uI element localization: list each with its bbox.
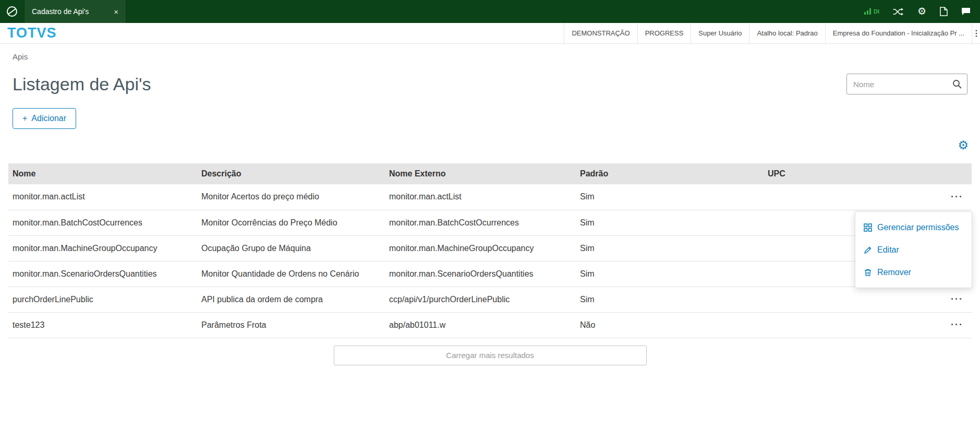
tab-label: Cadastro de Api's bbox=[32, 7, 89, 16]
api-table: Nome Descrição Nome Externo Padrão UPC m… bbox=[8, 163, 972, 338]
cell-descricao: API publica da ordem de compra bbox=[197, 287, 385, 312]
cell-nome: monitor.man.actList bbox=[8, 184, 197, 210]
cell-nome-externo: monitor.man.MachineGroupOccupancy bbox=[385, 235, 576, 261]
search-box bbox=[846, 74, 967, 94]
row-actions-button[interactable]: ··· bbox=[951, 294, 963, 304]
cell-padrao: Não bbox=[576, 312, 764, 338]
cell-descricao: Parâmetros Frota bbox=[197, 312, 385, 338]
trash-icon bbox=[864, 268, 872, 277]
menu-item-label: Remover bbox=[877, 268, 911, 277]
cell-nome: teste123 bbox=[8, 312, 197, 338]
table-row: monitor.man.ScenarioOrdersQuantities Mon… bbox=[8, 261, 972, 287]
search-input[interactable] bbox=[846, 74, 967, 94]
cell-nome-externo: monitor.man.BatchCostOcurrences bbox=[385, 210, 576, 235]
menu-item-remover[interactable]: Remover bbox=[855, 261, 972, 283]
topbar-icon-group: DI ⚙ bbox=[864, 7, 980, 16]
add-button-label: Adicionar bbox=[31, 114, 66, 123]
page-head: Listagem de Api's bbox=[0, 61, 980, 94]
cell-nome: monitor.man.BatchCostOcurrences bbox=[8, 210, 197, 235]
settings-gear-icon[interactable]: ⚙ bbox=[917, 7, 926, 16]
cell-nome: monitor.man.ScenarioOrdersQuantities bbox=[8, 261, 197, 287]
cell-descricao: Monitor Ocorrências do Preço Médio bbox=[197, 210, 385, 235]
page-title: Listagem de Api's bbox=[13, 74, 151, 94]
signal-di-icon[interactable]: DI bbox=[864, 8, 879, 15]
column-header-nome-externo[interactable]: Nome Externo bbox=[385, 163, 576, 184]
column-header-actions bbox=[920, 163, 972, 184]
table-row: monitor.man.MachineGroupOccupancy Ocupaç… bbox=[8, 235, 972, 261]
page: { "colors": { "topbar": "#0b4217", "acce… bbox=[0, 0, 980, 428]
breadcrumb-apis[interactable]: Apis bbox=[13, 52, 28, 61]
column-header-descricao[interactable]: Descrição bbox=[197, 163, 385, 184]
add-button[interactable]: + Adicionar bbox=[13, 108, 76, 129]
cell-padrao: Sim bbox=[576, 287, 764, 312]
shuffle-icon[interactable] bbox=[893, 8, 904, 16]
pencil-icon bbox=[864, 246, 872, 254]
cell-upc bbox=[764, 287, 920, 312]
document-icon[interactable] bbox=[940, 7, 948, 16]
breadcrumb: Apis bbox=[0, 44, 980, 61]
totvs-logo-icon[interactable] bbox=[0, 5, 24, 18]
totvs-wordmark[interactable]: TOTVS bbox=[0, 23, 66, 43]
row-actions-button[interactable]: ··· bbox=[951, 320, 963, 329]
toolbar: + Adicionar bbox=[0, 94, 980, 129]
app-bar: TOTVS DEMONSTRAÇÃO PROGRESS Super Usuári… bbox=[0, 23, 980, 44]
menu-item-atalho-local[interactable]: Atalho local: Padrao bbox=[749, 23, 825, 43]
load-more-button[interactable]: Carregar mais resultados bbox=[334, 346, 647, 365]
top-bar: Cadastro de Api's × DI ⚙ bbox=[0, 0, 980, 23]
menu-item-demonstracao[interactable]: DEMONSTRAÇÃO bbox=[564, 23, 637, 43]
tab-cadastro-apis[interactable]: Cadastro de Api's × bbox=[24, 0, 126, 23]
row-context-menu: Gerenciar permissões Editar Remover bbox=[855, 211, 972, 288]
cell-nome-externo: abp/ab01011.w bbox=[385, 312, 576, 338]
cell-descricao: Monitor Quantidade de Ordens no Cenário bbox=[197, 261, 385, 287]
plus-icon: + bbox=[22, 114, 27, 123]
cell-nome-externo: ccp/api/v1/purchOrderLinePublic bbox=[385, 287, 576, 312]
cell-descricao: Ocupação Grupo de Máquina bbox=[197, 235, 385, 261]
chat-icon[interactable] bbox=[961, 7, 971, 16]
cell-padrao: Sim bbox=[576, 235, 764, 261]
appbar-menu: DEMONSTRAÇÃO PROGRESS Super Usuário Atal… bbox=[564, 23, 980, 43]
cell-padrao: Sim bbox=[576, 210, 764, 235]
search-icon[interactable] bbox=[952, 79, 962, 91]
menu-item-editar[interactable]: Editar bbox=[855, 239, 972, 261]
row-actions-button[interactable]: ··· bbox=[951, 192, 963, 201]
menu-item-empresa[interactable]: Empresa do Foundation - Inicialização Pr… bbox=[825, 23, 972, 43]
cell-padrao: Sim bbox=[576, 184, 764, 210]
tab-close-icon[interactable]: × bbox=[114, 7, 118, 16]
table-header-row: Nome Descrição Nome Externo Padrão UPC bbox=[8, 163, 972, 184]
cell-upc bbox=[764, 312, 920, 338]
signal-bars-icon bbox=[864, 8, 872, 15]
column-header-padrao[interactable]: Padrão bbox=[576, 163, 764, 184]
cell-nome-externo: monitor.man.actList bbox=[385, 184, 576, 210]
cell-padrao: Sim bbox=[576, 261, 764, 287]
di-label: DI bbox=[874, 8, 879, 15]
cell-upc bbox=[764, 184, 920, 210]
cell-nome: purchOrderLinePublic bbox=[8, 287, 197, 312]
column-header-nome[interactable]: Nome bbox=[8, 163, 197, 184]
menu-item-label: Gerenciar permissões bbox=[877, 223, 959, 232]
cell-descricao: Monitor Acertos do preço médio bbox=[197, 184, 385, 210]
table-row: monitor.man.actList Monitor Acertos do p… bbox=[8, 184, 972, 210]
menu-item-gerenciar-permissoes[interactable]: Gerenciar permissões bbox=[855, 216, 972, 239]
table-settings-row: ⚙ bbox=[0, 129, 980, 151]
menu-item-label: Editar bbox=[877, 245, 899, 255]
grid-icon bbox=[864, 223, 872, 232]
column-header-upc[interactable]: UPC bbox=[764, 163, 920, 184]
cell-nome-externo: monitor.man.ScenarioOrdersQuantities bbox=[385, 261, 576, 287]
table-settings-gear-icon[interactable]: ⚙ bbox=[958, 139, 969, 151]
load-more-row: Carregar mais resultados bbox=[0, 346, 980, 365]
table-row: purchOrderLinePublic API publica da orde… bbox=[8, 287, 972, 312]
menu-item-super-usuario[interactable]: Super Usuário bbox=[691, 23, 749, 43]
table-row: monitor.man.BatchCostOcurrences Monitor … bbox=[8, 210, 972, 235]
table-row: teste123 Parâmetros Frota abp/ab01011.w … bbox=[8, 312, 972, 338]
cell-nome: monitor.man.MachineGroupOccupancy bbox=[8, 235, 197, 261]
header-overflow-icon[interactable]: ⋮ bbox=[972, 23, 980, 43]
menu-item-progress[interactable]: PROGRESS bbox=[637, 23, 691, 43]
